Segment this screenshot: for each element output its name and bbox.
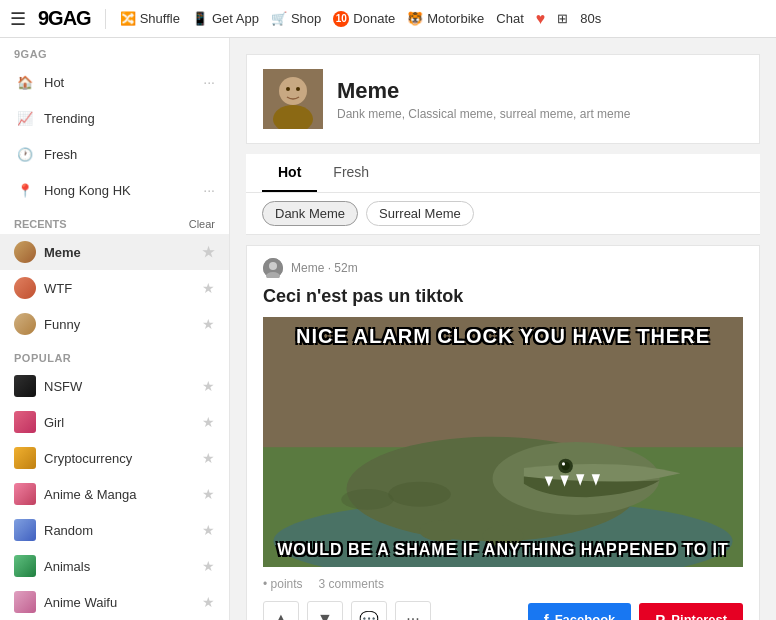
- meme-thumb: [14, 241, 36, 263]
- wtf-thumb: [14, 277, 36, 299]
- star-icon[interactable]: ★: [202, 378, 215, 394]
- post-image: NICE ALARM CLOCK YOU HAVE THERE WOULD BE…: [263, 317, 743, 567]
- more-dots-icon[interactable]: ···: [203, 182, 215, 198]
- phone-icon: 📱: [192, 11, 208, 26]
- share-pinterest-button[interactable]: P Pinterest: [639, 603, 743, 621]
- home-icon: 🏠: [14, 71, 36, 93]
- star-icon[interactable]: ★: [202, 316, 215, 332]
- location-icon: 📍: [14, 179, 36, 201]
- svg-point-21: [341, 489, 393, 510]
- post-stats: • points 3 comments: [263, 577, 743, 591]
- post-source-icon: [263, 258, 283, 278]
- sidebar-item-anime-manga[interactable]: Anime & Manga ★: [0, 476, 229, 512]
- nav-divider: [105, 9, 106, 29]
- star-icon[interactable]: ★: [202, 450, 215, 466]
- svg-point-6: [269, 262, 277, 270]
- post-source-name: Meme · 52m: [291, 261, 358, 275]
- post-comments: 3 comments: [319, 577, 384, 591]
- svg-point-1: [279, 77, 307, 105]
- filter-surreal-meme[interactable]: Surreal Meme: [366, 201, 474, 226]
- sidebar-item-wtf[interactable]: WTF ★: [0, 270, 229, 306]
- post-actions: ▲ ▼ 💬 ··· f Facebook P Pinterest: [263, 601, 743, 620]
- tab-hot[interactable]: Hot: [262, 154, 317, 192]
- post-card: Meme · 52m Ceci n'est pas un tiktok: [246, 245, 760, 620]
- svg-point-22: [420, 520, 462, 541]
- nav-shop[interactable]: 🛒 Shop: [271, 11, 321, 26]
- nsfw-thumb: [14, 375, 36, 397]
- funny-thumb: [14, 313, 36, 335]
- nav-80s[interactable]: 80s: [580, 11, 601, 26]
- trending-icon: 📈: [14, 107, 36, 129]
- shop-icon: 🛒: [271, 11, 287, 26]
- nav-motorbike[interactable]: 🐯 Motorbike: [407, 11, 484, 26]
- sidebar-item-girl[interactable]: Girl ★: [0, 404, 229, 440]
- community-header: Meme Dank meme, Classical meme, surreal …: [246, 54, 760, 144]
- nav-heart[interactable]: ♥: [536, 10, 546, 28]
- top-navigation: ☰ 9GAG 🔀 Shuffle 📱 Get App 🛒 Shop 10 Don…: [0, 0, 776, 38]
- sidebar-item-nsfw[interactable]: NSFW ★: [0, 368, 229, 404]
- nav-grid[interactable]: ⊞: [557, 11, 568, 26]
- comment-button[interactable]: 💬: [351, 601, 387, 620]
- sidebar-item-hot[interactable]: 🏠 Hot ···: [0, 64, 229, 100]
- animals-thumb: [14, 555, 36, 577]
- motorbike-icon: 🐯: [407, 11, 423, 26]
- post-meta: Meme · 52m: [263, 258, 743, 278]
- grid-icon: ⊞: [557, 11, 568, 26]
- star-icon[interactable]: ★: [202, 486, 215, 502]
- tab-fresh[interactable]: Fresh: [317, 154, 385, 192]
- clear-recents-button[interactable]: Clear: [189, 218, 215, 230]
- pinterest-icon: P: [655, 611, 665, 621]
- post-title: Ceci n'est pas un tiktok: [263, 286, 743, 307]
- crypto-thumb: [14, 447, 36, 469]
- star-icon[interactable]: ★: [202, 522, 215, 538]
- donate-badge: 10: [333, 11, 349, 27]
- clock-icon: 🕐: [14, 143, 36, 165]
- heart-icon: ♥: [536, 10, 546, 28]
- main-content: Meme Dank meme, Classical meme, surreal …: [230, 38, 776, 620]
- sidebar-item-meme[interactable]: Meme ★: [0, 234, 229, 270]
- sidebar-item-cryptocurrency[interactable]: Cryptocurrency ★: [0, 440, 229, 476]
- facebook-icon: f: [544, 611, 549, 621]
- sidebar-section-9gag: 9GAG: [0, 38, 229, 64]
- more-options-button[interactable]: ···: [395, 601, 431, 620]
- sidebar-item-hongkong[interactable]: 📍 Hong Kong HK ···: [0, 172, 229, 208]
- main-layout: 9GAG 🏠 Hot ··· 📈 Trending 🕐 Fresh 📍 Hong…: [0, 38, 776, 620]
- community-tags: Dank meme, Classical meme, surreal meme,…: [337, 107, 743, 121]
- community-name: Meme: [337, 78, 743, 104]
- share-facebook-button[interactable]: f Facebook: [528, 603, 632, 621]
- nav-chat[interactable]: Chat: [496, 11, 523, 26]
- nav-shuffle[interactable]: 🔀 Shuffle: [120, 11, 180, 26]
- post-points: • points: [263, 577, 303, 591]
- filter-dank-meme[interactable]: Dank Meme: [262, 201, 358, 226]
- sidebar-item-fresh[interactable]: 🕐 Fresh: [0, 136, 229, 172]
- more-icon[interactable]: ···: [203, 74, 215, 90]
- recents-header: Recents Clear: [0, 208, 229, 234]
- upvote-button[interactable]: ▲: [263, 601, 299, 620]
- nav-donate[interactable]: 10 Donate: [333, 11, 395, 27]
- svg-point-20: [388, 482, 451, 507]
- meme-bottom-text: WOULD BE A SHAME IF ANYTHING HAPPENED TO…: [263, 541, 743, 559]
- community-info: Meme Dank meme, Classical meme, surreal …: [337, 78, 743, 121]
- downvote-button[interactable]: ▼: [307, 601, 343, 620]
- star-icon[interactable]: ★: [202, 414, 215, 430]
- nav-get-app[interactable]: 📱 Get App: [192, 11, 259, 26]
- star-icon[interactable]: ★: [202, 280, 215, 296]
- filter-row: Dank Meme Surreal Meme: [246, 193, 760, 235]
- site-logo[interactable]: 9GAG: [38, 7, 91, 30]
- svg-point-4: [296, 87, 300, 91]
- random-thumb: [14, 519, 36, 541]
- popular-section-title: Popular: [0, 342, 229, 368]
- hamburger-menu[interactable]: ☰: [10, 8, 26, 30]
- community-tabs: Hot Fresh: [246, 154, 760, 193]
- sidebar: 9GAG 🏠 Hot ··· 📈 Trending 🕐 Fresh 📍 Hong…: [0, 38, 230, 620]
- sidebar-item-random[interactable]: Random ★: [0, 512, 229, 548]
- sidebar-item-trending[interactable]: 📈 Trending: [0, 100, 229, 136]
- star-icon[interactable]: ★: [202, 594, 215, 610]
- shuffle-icon: 🔀: [120, 11, 136, 26]
- sidebar-item-anime-waifu[interactable]: Anime Waifu ★: [0, 584, 229, 620]
- community-avatar: [263, 69, 323, 129]
- sidebar-item-animals[interactable]: Animals ★: [0, 548, 229, 584]
- sidebar-item-funny[interactable]: Funny ★: [0, 306, 229, 342]
- star-icon[interactable]: ★: [202, 244, 215, 260]
- star-icon[interactable]: ★: [202, 558, 215, 574]
